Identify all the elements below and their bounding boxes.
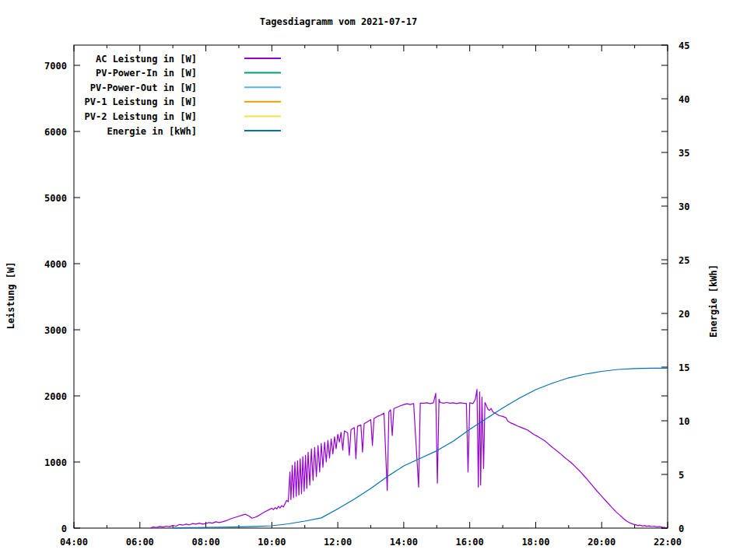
x-tick-label: 16:00 <box>456 537 484 548</box>
y-right-tick-label: 15 <box>679 362 689 373</box>
y-right-tick-label: 25 <box>679 255 689 266</box>
y-right-tick-label: 30 <box>679 201 689 212</box>
y-left-tick-label: 4000 <box>44 259 67 270</box>
y-right-tick-label: 0 <box>679 523 684 534</box>
x-tick-label: 22:00 <box>654 537 682 548</box>
chart-title: Tagesdiagramm vom 2021-07-17 <box>260 16 417 27</box>
x-tick-label: 10:00 <box>258 537 286 548</box>
y-right-tick-label: 45 <box>679 40 689 51</box>
legend-label: PV-Power-Out in [W] <box>90 82 197 93</box>
legend-label: PV-Power-In in [W] <box>96 68 197 79</box>
y-left-tick-label: 0 <box>61 523 67 534</box>
y-left-tick-label: 6000 <box>44 127 67 138</box>
y-right-tick-label: 35 <box>679 148 689 159</box>
y-left-tick-label: 5000 <box>44 193 67 204</box>
x-tick-label: 20:00 <box>587 537 615 548</box>
legend-label: AC Leistung in [W] <box>96 54 197 65</box>
y-right-tick-label: 10 <box>679 416 689 427</box>
y-left-tick-label: 1000 <box>44 457 67 468</box>
y-left-tick-label: 3000 <box>44 325 67 336</box>
y-left-axis-title: Leistung [W] <box>5 262 16 330</box>
x-tick-label: 18:00 <box>521 537 549 548</box>
chart-page: Tagesdiagramm vom 2021-07-17 Leistung [W… <box>0 0 747 560</box>
x-tick-label: 04:00 <box>60 537 88 548</box>
y-left-tick-label: 7000 <box>44 61 67 72</box>
x-tick-label: 08:00 <box>191 537 219 548</box>
y-right-axis-title: Energie [kWh] <box>708 264 719 338</box>
legend: AC Leistung in [W]PV-Power-In in [W]PV-P… <box>85 54 282 137</box>
y-right-tick-label: 20 <box>679 309 689 320</box>
legend-label: Energie in [kWh] <box>107 126 197 137</box>
y-left-tick-label: 2000 <box>44 391 67 402</box>
legend-label: PV-2 Leistung in [W] <box>85 111 198 122</box>
y-right-tick-label: 40 <box>679 94 689 105</box>
series-ac-leistung-in-w-line <box>151 390 665 528</box>
x-tick-label: 06:00 <box>126 537 154 548</box>
legend-label: PV-1 Leistung in [W] <box>85 96 198 107</box>
x-tick-label: 14:00 <box>390 537 418 548</box>
x-tick-label: 12:00 <box>324 537 352 548</box>
series-energie-in-kwh-line <box>173 368 668 527</box>
tagesdiagramm-chart: Tagesdiagramm vom 2021-07-17 Leistung [W… <box>0 0 747 560</box>
y-right-tick-label: 5 <box>679 470 684 481</box>
